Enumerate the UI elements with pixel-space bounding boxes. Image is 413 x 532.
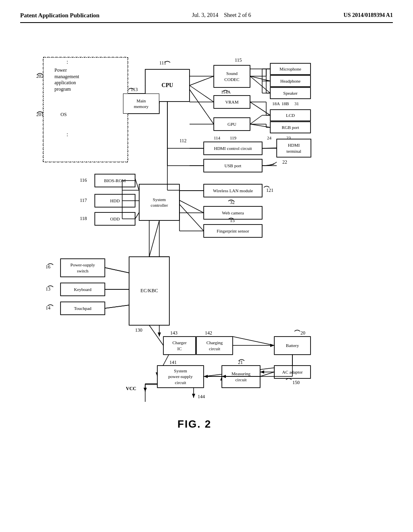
svg-marker-96 — [270, 344, 274, 347]
label-18b: 18B — [282, 101, 289, 106]
hdmi-terminal-box: HDMIterminal — [277, 139, 311, 157]
svg-line-41 — [250, 76, 270, 81]
svg-line-90 — [105, 268, 129, 273]
label-130: 130 — [135, 327, 142, 334]
speaker-box: Speaker — [270, 87, 311, 99]
svg-line-57 — [179, 200, 204, 213]
gpu-box: GPU — [214, 118, 250, 131]
svg-line-51 — [262, 148, 277, 148]
charging-circuit-box: Chargingcircuit — [196, 337, 233, 355]
label-32: 32 — [230, 200, 235, 206]
hdmi-control-box: HDMI control circuit — [204, 142, 262, 155]
svg-line-47 — [250, 102, 270, 115]
svg-line-48 — [250, 115, 262, 124]
usb-port-box: USB port — [204, 159, 262, 172]
label-117: 117 — [80, 197, 87, 204]
main-memory-box: Mainmemory — [123, 94, 159, 114]
hdd-box: HDD — [95, 194, 135, 207]
label-116: 116 — [80, 177, 87, 184]
fingerprint-box: Fingerprint sensor — [204, 224, 262, 237]
sheet: Sheet 2 of 6 — [224, 12, 251, 18]
vcc-label: VCC — [126, 386, 136, 392]
page: Patent Application Publication Jul. 3, 2… — [0, 0, 413, 532]
label-150: 150 — [292, 380, 300, 386]
label-202: 202 — [36, 73, 44, 80]
svg-line-50 — [250, 124, 270, 127]
label-112: 112 — [179, 138, 187, 144]
microphone-box: Microphone — [270, 63, 311, 75]
system-power-supply-box: Systempower-supplycircuit — [157, 366, 204, 388]
svg-line-35 — [190, 89, 214, 124]
ec-kbc-box: EC/KBC — [129, 257, 169, 325]
power-mgmt-label: Powermanagementapplicationprogram — [54, 67, 103, 92]
svg-marker-108 — [192, 394, 195, 398]
label-201: 201 — [36, 112, 44, 118]
date-sheet: Jul. 3, 2014 Sheet 2 of 6 — [192, 12, 251, 19]
keyboard-box: Keyboard — [60, 283, 105, 296]
publication-title: Patent Application Publication — [20, 12, 100, 19]
svg-line-61 — [105, 305, 129, 308]
label-113: 113 — [131, 87, 138, 93]
battery-box: Battery — [274, 337, 311, 355]
svg-line-58 — [179, 204, 204, 231]
svg-marker-94 — [158, 332, 161, 337]
patent-number: US 2014/0189394 A1 — [344, 12, 393, 19]
label-121: 121 — [266, 187, 273, 194]
rgb-port-box: RGB port — [270, 122, 311, 133]
system-controller-box: Systemcontroller — [139, 184, 179, 220]
dots-top: : — [67, 58, 68, 66]
label-141: 141 — [169, 360, 177, 366]
bios-rom-box: BIOS-ROM — [95, 174, 135, 187]
wireless-lan-box: Wireless LAN module — [204, 184, 262, 197]
label-119: 119 — [230, 135, 236, 141]
measuring-circuit-box: Measuringcircuit — [222, 366, 260, 388]
svg-line-53 — [135, 179, 139, 191]
label-143: 143 — [170, 330, 177, 337]
svg-line-59 — [105, 268, 129, 273]
label-144: 144 — [198, 394, 205, 400]
touchpad-box: Touchpad — [60, 302, 105, 315]
label-115: 115 — [235, 57, 242, 64]
power-supply-switch-box: Power-supplyswitch — [60, 259, 105, 277]
svg-line-55 — [135, 212, 139, 219]
lcd-box: LCD — [270, 110, 311, 121]
label-15: 15 — [230, 218, 235, 224]
vram-box: VRAM — [214, 96, 250, 108]
sound-codec-box: SoundCODEC — [214, 65, 250, 87]
label-118: 118 — [80, 216, 87, 222]
odd-box: ODD — [95, 212, 135, 225]
label-16: 16 — [46, 264, 50, 270]
label-20: 20 — [300, 330, 305, 337]
label-114a: 114A — [221, 89, 231, 95]
label-31: 31 — [294, 101, 299, 106]
svg-line-72 — [260, 372, 274, 376]
headphone-box: Headphone — [270, 75, 311, 87]
svg-line-62 — [149, 220, 159, 257]
label-22: 22 — [282, 159, 287, 166]
ac-adaptor-box: AC adaptor — [274, 366, 311, 378]
svg-line-68 — [233, 337, 274, 345]
svg-line-92 — [105, 305, 129, 308]
svg-line-34 — [190, 85, 214, 102]
dots-bottom: : — [67, 131, 68, 138]
svg-line-33 — [190, 76, 214, 85]
svg-line-42 — [250, 76, 270, 93]
label-114: 114 — [214, 135, 220, 141]
page-header: Patent Application Publication Jul. 3, 2… — [20, 12, 393, 23]
label-21: 21 — [238, 360, 243, 366]
svg-line-76 — [149, 325, 163, 345]
svg-marker-106 — [144, 388, 147, 392]
diagram: Powermanagementapplicationprogram OS : :… — [20, 31, 393, 495]
svg-marker-103 — [260, 370, 264, 374]
label-13: 13 — [46, 286, 50, 293]
label-142: 142 — [205, 330, 212, 337]
date: Jul. 3, 2014 — [192, 12, 218, 18]
label-14: 14 — [46, 305, 50, 312]
label-18a: 18A — [272, 101, 280, 106]
svg-marker-99 — [204, 375, 208, 378]
charger-ic-box: ChargerIC — [163, 337, 196, 355]
os-label: OS — [60, 112, 67, 118]
figure-label: FIG. 2 — [177, 418, 211, 430]
label-24: 24 — [267, 135, 271, 141]
label-111: 111 — [159, 60, 166, 66]
